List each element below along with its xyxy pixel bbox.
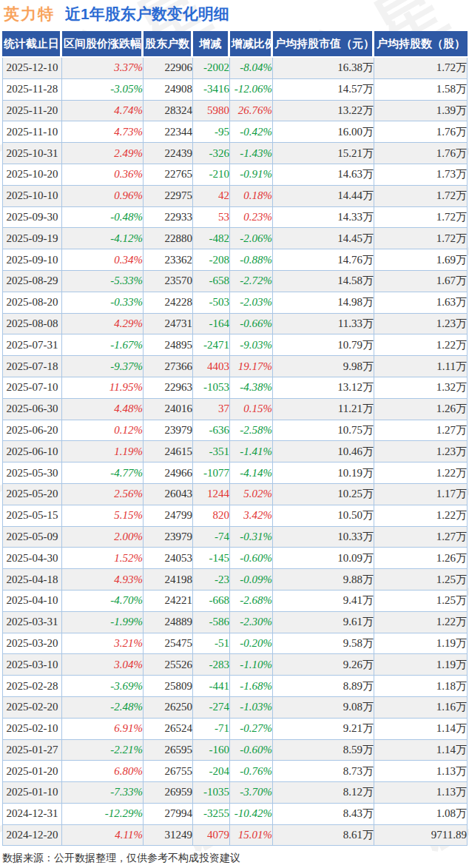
cell-avg-shares: 1.19万 (374, 633, 468, 655)
cell-date: 2025-08-20 (2, 292, 62, 314)
cell-avg-shares: 1.08万 (374, 804, 468, 825)
cell-date: 2025-04-18 (2, 569, 62, 591)
cell-change: -1077 (193, 462, 230, 484)
table-row: 2025-04-301.52%24053-145-0.60%10.09万1.26… (2, 548, 468, 569)
cell-holders: 23362 (144, 249, 193, 271)
table-row: 2025-10-100.96%22975420.18%14.44万1.72万 (2, 186, 468, 207)
cell-holders: 22765 (144, 164, 193, 186)
cell-avg-shares: 1.26万 (374, 548, 468, 569)
cell-avg-shares: 1.17万 (374, 484, 468, 505)
cell-avg-shares: 1.73万 (374, 164, 468, 186)
cell-price-change: -9.37% (62, 356, 144, 377)
cell-holders: 24731 (144, 314, 193, 335)
table-row: 2025-04-10-4.70%24221-668-2.68%9.41万1.25… (2, 591, 468, 612)
table-row: 2025-02-20-2.48%26250-274-1.03%9.08万1.16… (2, 697, 468, 719)
cell-avg-shares: 1.72万 (374, 228, 468, 249)
cell-price-change: 2.49% (62, 143, 144, 164)
cell-change-ratio: -0.66% (230, 314, 273, 335)
cell-avg-market-value: 14.76万 (273, 249, 374, 271)
cell-date: 2025-02-10 (2, 719, 62, 740)
cell-price-change: 3.04% (62, 654, 144, 676)
table-row: 2025-10-312.49%22439-326-1.43%15.21万1.76… (2, 143, 468, 164)
cell-holders: 24966 (144, 462, 193, 484)
cell-avg-market-value: 8.61万 (273, 825, 374, 847)
cell-holders: 22933 (144, 207, 193, 229)
table-row: 2024-12-204.11%31249407915.01%8.61万9711.… (2, 825, 468, 847)
cell-holders: 25809 (144, 676, 193, 697)
cell-date: 2025-06-30 (2, 399, 62, 420)
cell-price-change: -4.77% (62, 462, 144, 484)
cell-change-ratio: -2.72% (230, 271, 273, 292)
cell-avg-market-value: 14.58万 (273, 271, 374, 292)
table-row: 2025-10-200.36%22765-210-0.91%14.63万1.73… (2, 164, 468, 186)
cell-avg-shares: 1.39万 (374, 101, 468, 122)
cell-change: -274 (193, 697, 230, 719)
cell-avg-market-value: 8.12万 (273, 782, 374, 804)
cell-change-ratio: -0.60% (230, 548, 273, 569)
cell-date: 2025-07-10 (2, 377, 62, 399)
cell-price-change: 4.74% (62, 101, 144, 122)
cell-change: -636 (193, 420, 230, 442)
cell-change-ratio: 3.42% (230, 505, 273, 527)
cell-holders: 26043 (144, 484, 193, 505)
cell-change-ratio: 0.15% (230, 399, 273, 420)
cell-change-ratio: 5.02% (230, 484, 273, 505)
cell-price-change: 0.36% (62, 164, 144, 186)
cell-date: 2025-08-08 (2, 314, 62, 335)
cell-change: -586 (193, 612, 230, 633)
cell-avg-shares: 1.16万 (374, 697, 468, 719)
cell-avg-shares: 9711.89 (374, 825, 468, 847)
cell-holders: 31249 (144, 825, 193, 847)
cell-change-ratio: -0.09% (230, 569, 273, 591)
cell-avg-shares: 1.19万 (374, 654, 468, 676)
cell-date: 2025-09-10 (2, 249, 62, 271)
cell-holders: 27366 (144, 356, 193, 377)
cell-change: -441 (193, 676, 230, 697)
cell-avg-shares: 1.23万 (374, 441, 468, 462)
cell-price-change: 5.15% (62, 505, 144, 527)
cell-change: -3255 (193, 804, 230, 825)
cell-date: 2025-10-31 (2, 143, 62, 164)
cell-price-change: -0.33% (62, 292, 144, 314)
cell-holders: 24615 (144, 441, 193, 462)
cell-change-ratio: -9.03% (230, 334, 273, 356)
cell-date: 2025-05-15 (2, 505, 62, 527)
cell-change: -145 (193, 548, 230, 569)
table-row: 2025-12-103.37%22906-2002-8.04%16.38万1.7… (2, 58, 468, 79)
cell-avg-market-value: 8.73万 (273, 761, 374, 782)
cell-avg-shares: 1.14万 (374, 719, 468, 740)
cell-date: 2025-02-20 (2, 697, 62, 719)
cell-price-change: -3.05% (62, 79, 144, 101)
cell-price-change: -4.70% (62, 591, 144, 612)
cell-change: 4403 (193, 356, 230, 377)
cell-date: 2025-04-30 (2, 548, 62, 569)
cell-avg-shares: 1.58万 (374, 79, 468, 101)
cell-avg-shares: 1.25万 (374, 569, 468, 591)
cell-change: 1244 (193, 484, 230, 505)
cell-holders: 23979 (144, 420, 193, 442)
cell-holders: 23979 (144, 527, 193, 548)
cell-holders: 26250 (144, 697, 193, 719)
cell-change: -210 (193, 164, 230, 186)
table-row: 2025-11-204.74%28324598026.76%13.22万1.39… (2, 101, 468, 122)
cell-change: -51 (193, 633, 230, 655)
cell-change-ratio: -10.42% (230, 804, 273, 825)
cell-date: 2025-08-29 (2, 271, 62, 292)
cell-date: 2025-07-31 (2, 334, 62, 356)
cell-holders: 22963 (144, 377, 193, 399)
cell-avg-shares: 1.76万 (374, 121, 468, 143)
cell-change-ratio: 26.76% (230, 101, 273, 122)
cell-price-change: 6.80% (62, 761, 144, 782)
cell-avg-market-value: 10.79万 (273, 334, 374, 356)
table-row: 2025-05-092.00%23979-74-0.31%10.33万1.27万 (2, 527, 468, 548)
cell-avg-shares: 1.69万 (374, 249, 468, 271)
cell-price-change: -4.12% (62, 228, 144, 249)
cell-holders: 24908 (144, 79, 193, 101)
cell-holders: 25526 (144, 654, 193, 676)
cell-avg-shares: 1.27万 (374, 420, 468, 442)
cell-avg-shares: 1.72万 (374, 207, 468, 229)
cell-change: -208 (193, 249, 230, 271)
cell-price-change: -5.33% (62, 271, 144, 292)
cell-avg-shares: 1.14万 (374, 740, 468, 761)
cell-price-change: -3.69% (62, 676, 144, 697)
